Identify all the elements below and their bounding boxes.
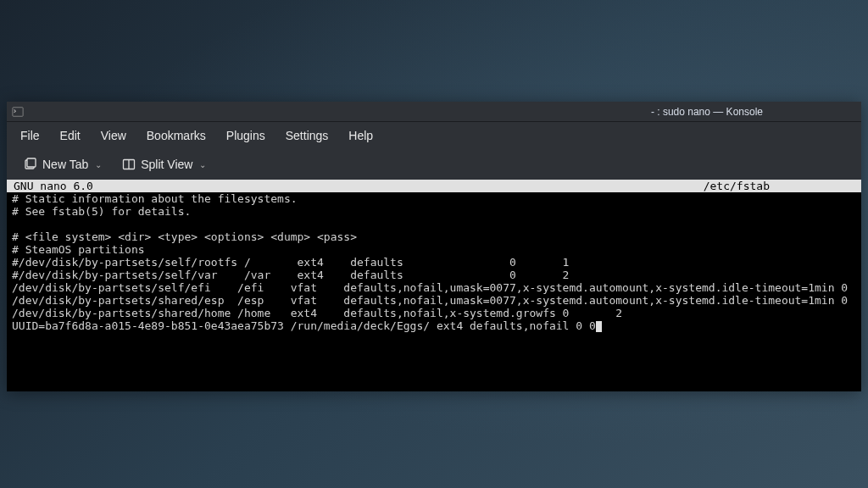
nano-version: GNU nano 6.0: [14, 180, 93, 192]
menu-settings[interactable]: Settings: [275, 125, 339, 146]
menu-bookmarks[interactable]: Bookmarks: [136, 125, 216, 146]
konsole-window: - : sudo nano — Konsole File Edit View B…: [7, 102, 861, 391]
menu-file[interactable]: File: [10, 125, 50, 146]
chevron-down-icon: ⌄: [199, 160, 206, 169]
fstab-line: /dev/disk/by-partsets/shared/home /home …: [12, 307, 622, 319]
file-content[interactable]: # Static information about the filesyste…: [7, 192, 861, 383]
chevron-down-icon: ⌄: [95, 160, 102, 169]
menu-plugins[interactable]: Plugins: [216, 125, 275, 146]
fstab-line: /dev/disk/by-partsets/shared/esp /esp vf…: [12, 294, 868, 307]
nano-header: GNU nano 6.0 /etc/fstab: [7, 180, 861, 192]
svg-rect-0: [13, 107, 23, 116]
svg-rect-2: [27, 158, 36, 167]
nano-filename: /etc/fstab: [704, 180, 770, 192]
menubar: File Edit View Bookmarks Plugins Setting…: [7, 122, 861, 149]
titlebar: - : sudo nano — Konsole: [7, 102, 861, 122]
fstab-line: #/dev/disk/by-partsets/self/rootfs / ext…: [12, 256, 569, 269]
split-view-icon: [122, 158, 136, 171]
fstab-line: # Static information about the filesyste…: [12, 192, 298, 205]
fstab-line: # SteamOS partitions: [12, 243, 145, 256]
fstab-line: UUID=ba7f6d8a-a015-4e89-b851-0e43aea75b7…: [12, 319, 596, 332]
split-view-label: Split View: [141, 158, 192, 171]
terminal-area[interactable]: GNU nano 6.0 /etc/fstab # Static informa…: [7, 180, 861, 391]
new-tab-button[interactable]: New Tab ⌄: [15, 154, 110, 175]
menu-edit[interactable]: Edit: [50, 125, 91, 146]
fstab-line: # See fstab(5) for details.: [12, 205, 191, 218]
new-tab-label: New Tab: [42, 158, 88, 171]
cursor: [596, 321, 602, 332]
fstab-line: # <file system> <dir> <type> <options> <…: [12, 230, 357, 243]
menu-view[interactable]: View: [91, 125, 136, 146]
new-tab-icon: [24, 158, 37, 171]
window-title: - : sudo nano — Konsole: [651, 106, 763, 118]
fstab-line: #/dev/disk/by-partsets/self/var /var ext…: [12, 269, 569, 281]
split-view-button[interactable]: Split View ⌄: [114, 154, 214, 175]
toolbar: New Tab ⌄ Split View ⌄: [7, 149, 861, 180]
menu-help[interactable]: Help: [338, 125, 383, 146]
fstab-line: /dev/disk/by-partsets/self/efi /efi vfat…: [12, 281, 868, 294]
terminal-icon: [12, 106, 24, 118]
